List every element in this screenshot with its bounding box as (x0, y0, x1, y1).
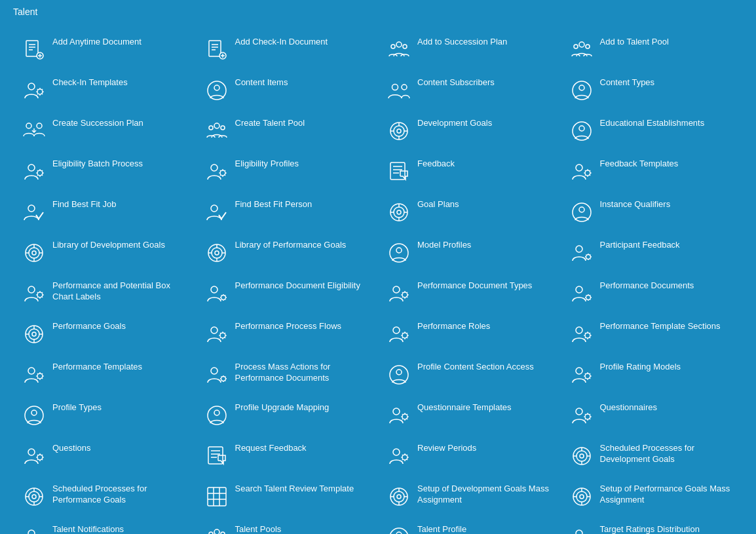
tile-label: Development Goals (417, 118, 492, 129)
tile-performance-roles[interactable]: Performance Roles (378, 313, 561, 354)
tile-label: Create Talent Pool (235, 118, 305, 129)
settings-person-icon (387, 444, 411, 468)
goal-circle-icon (22, 485, 46, 508)
tile-library-of-development-goals[interactable]: Library of Development Goals (13, 232, 196, 273)
tile-performance-document-eligibility[interactable]: Performance Document Eligibility (196, 273, 379, 313)
tile-profile-upgrade-mapping[interactable]: Profile Upgrade Mapping (196, 394, 379, 435)
tile-instance-qualifiers[interactable]: Instance Qualifiers (561, 191, 744, 232)
tile-label: Process Mass Actions for Performance Doc… (235, 362, 369, 384)
svg-point-53 (28, 205, 35, 212)
tile-scheduled-processes-for-performance-goals[interactable]: Scheduled Processes for Performance Goal… (13, 476, 196, 516)
tile-label: Questionnaires (600, 402, 657, 413)
settings-person-icon (22, 525, 46, 534)
tile-target-ratings-distribution[interactable]: Target Ratings Distribution (561, 516, 744, 534)
svg-point-65 (29, 248, 39, 258)
tile-questionnaires[interactable]: Questionnaires (561, 394, 744, 435)
tile-find-best-fit-job[interactable]: Find Best Fit Job (13, 191, 196, 232)
tile-content-items[interactable]: Content Items (196, 69, 379, 110)
tile-check-in-templates[interactable]: Check-In Templates (13, 69, 196, 110)
tile-feedback[interactable]: Feedback (378, 151, 561, 191)
tile-eligibility-profiles[interactable]: Eligibility Profiles (196, 151, 379, 191)
svg-point-72 (212, 248, 222, 258)
tile-development-goals[interactable]: Development Goals (378, 110, 561, 151)
tile-goal-plans[interactable]: Goal Plans (378, 191, 561, 232)
tile-label: Add Check-In Document (235, 37, 328, 48)
tile-profile-rating-models[interactable]: Profile Rating Models (561, 354, 744, 394)
grid-doc-icon (205, 485, 229, 508)
tile-review-periods[interactable]: Review Periods (378, 435, 561, 476)
svg-point-45 (211, 164, 217, 171)
svg-point-199 (576, 530, 582, 534)
document-add-icon (22, 38, 46, 62)
tile-educational-establishments[interactable]: Educational Establishments (561, 110, 744, 151)
tile-request-feedback[interactable]: Request Feedback (196, 435, 379, 476)
svg-point-186 (576, 491, 587, 502)
page-title: Talent (13, 7, 743, 17)
people-group-icon (205, 119, 229, 143)
svg-point-103 (402, 292, 407, 297)
tile-questions[interactable]: Questions (13, 435, 196, 476)
tile-profile-content-section-access[interactable]: Profile Content Section Access (378, 354, 561, 394)
svg-point-20 (28, 83, 35, 90)
svg-point-121 (211, 327, 217, 334)
settings-person-icon (205, 160, 229, 183)
svg-point-19 (586, 45, 590, 48)
tile-create-succession-plan[interactable]: Create Succession Plan (13, 110, 196, 151)
tile-label: Performance Documents (600, 280, 694, 292)
tile-add-to-talent-pool[interactable]: Add to Talent Pool (561, 29, 744, 69)
tile-label: Instance Qualifiers (600, 199, 671, 210)
svg-point-140 (396, 370, 402, 375)
tile-performance-goals[interactable]: Performance Goals (13, 313, 196, 354)
svg-point-24 (392, 85, 398, 90)
tile-process-mass-actions-for-performance-documents[interactable]: Process Mass Actions for Performance Doc… (196, 354, 379, 394)
tile-talent-pools[interactable]: Talent Pools (196, 516, 379, 534)
tile-talent-notifications[interactable]: Talent Notifications (13, 516, 196, 534)
tile-questionnaire-templates[interactable]: Questionnaire Templates (378, 394, 561, 435)
document-add-icon (205, 38, 229, 62)
settings-person-icon (22, 79, 46, 102)
tile-performance-template-sections[interactable]: Performance Template Sections (561, 313, 744, 354)
svg-point-116 (32, 332, 36, 336)
tile-feedback-templates[interactable]: Feedback Templates (561, 151, 744, 191)
tile-label: Add Anytime Document (52, 37, 142, 48)
tile-add-anytime-document[interactable]: Add Anytime Document (13, 29, 196, 69)
tile-label: Scheduled Processes for Development Goal… (600, 443, 734, 465)
tile-performance-document-types[interactable]: Performance Document Types (378, 273, 561, 313)
tile-label: Eligibility Profiles (235, 159, 299, 170)
goal-circle-icon (570, 444, 594, 468)
tile-performance-templates[interactable]: Performance Templates (13, 354, 196, 394)
tile-setup-of-development-goals-mass-assignment[interactable]: Setup of Development Goals Mass Assignme… (378, 476, 561, 516)
tile-search-talent-review-template[interactable]: Search Talent Review Template (196, 476, 379, 516)
tile-create-talent-pool[interactable]: Create Talent Pool (196, 110, 379, 151)
tile-library-of-performance-goals[interactable]: Library of Performance Goals (196, 232, 379, 273)
tile-label: Library of Performance Goals (235, 240, 347, 251)
tile-profile-types[interactable]: Profile Types (13, 394, 196, 435)
tile-setup-of-performance-goals-mass-assignment[interactable]: Setup of Performance Goals Mass Assignme… (561, 476, 744, 516)
svg-point-90 (28, 286, 35, 293)
svg-point-148 (402, 414, 407, 419)
feedback-doc-icon (205, 444, 229, 468)
tile-find-best-fit-person[interactable]: Find Best Fit Person (196, 191, 379, 232)
tile-participant-feedback[interactable]: Participant Feedback (561, 232, 744, 273)
person-check-icon (22, 200, 46, 224)
tile-add-to-succession-plan[interactable]: Add to Succession Plan (378, 29, 561, 69)
tile-scheduled-processes-for-development-goals[interactable]: Scheduled Processes for Development Goal… (561, 435, 744, 476)
tile-performance-and-potential-box-chart-labels[interactable]: Performance and Potential Box Chart Labe… (13, 273, 196, 313)
tile-eligibility-batch-process[interactable]: Eligibility Batch Process (13, 151, 196, 191)
tile-model-profiles[interactable]: Model Profiles (378, 232, 561, 273)
tile-add-check-in-document[interactable]: Add Check-In Document (196, 29, 379, 69)
tile-content-types[interactable]: Content Types (561, 69, 744, 110)
tile-talent-profile[interactable]: Talent Profile (378, 516, 561, 534)
svg-point-158 (402, 455, 407, 460)
tile-content-subscribers[interactable]: Content Subscribers (378, 69, 561, 110)
svg-point-91 (37, 292, 43, 297)
svg-point-17 (579, 42, 584, 47)
feedback-doc-icon (387, 160, 411, 183)
svg-point-18 (574, 45, 578, 48)
settings-person-icon (205, 322, 229, 346)
person-circle-icon (387, 525, 411, 534)
person-circle-icon (570, 200, 594, 224)
tile-performance-documents[interactable]: Performance Documents (561, 273, 744, 313)
tile-performance-process-flows[interactable]: Performance Process Flows (196, 313, 379, 354)
settings-cog-icon (570, 241, 594, 265)
